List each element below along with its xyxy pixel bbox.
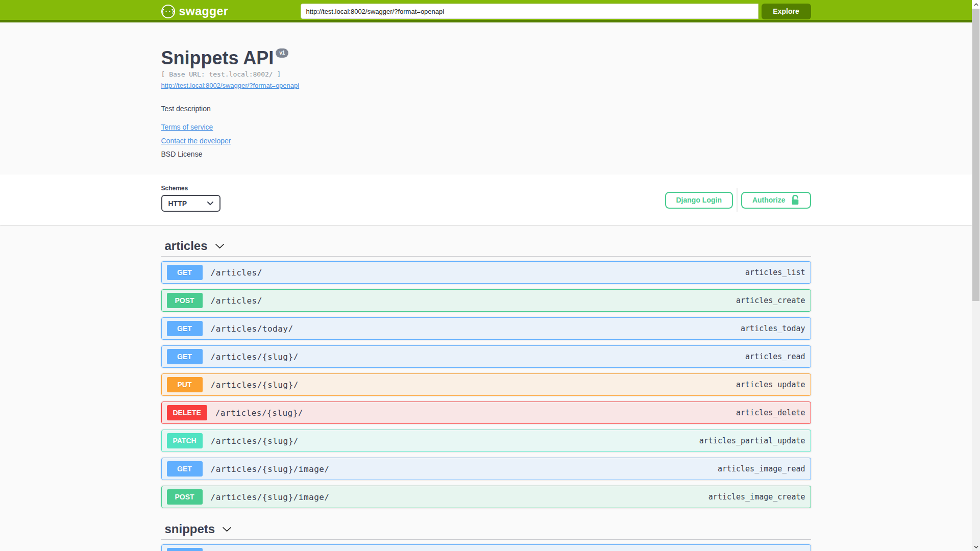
endpoint-row[interactable]: POST /articles/{slug}/image/ articles_im… bbox=[161, 486, 811, 508]
chevron-down-icon[interactable] bbox=[215, 243, 225, 249]
endpoint-row[interactable]: PATCH /articles/{slug}/ articles_partial… bbox=[161, 430, 811, 452]
method-badge: GET bbox=[167, 461, 203, 477]
authorize-button[interactable]: Authorize bbox=[741, 192, 811, 209]
contact-developer-link[interactable]: Contact the developer bbox=[161, 137, 231, 145]
method-badge: GET bbox=[167, 349, 203, 364]
page-title: Snippets APIv1 bbox=[161, 47, 811, 69]
api-section: snippets GET /snippets/ snippets_list bbox=[161, 522, 811, 551]
brand-name: swagger bbox=[179, 5, 229, 18]
endpoint-path: /articles/{slug}/ bbox=[211, 380, 299, 390]
base-url: [ Base URL: test.local:8002/ ] bbox=[161, 70, 811, 78]
endpoint-path: /articles/{slug}/image/ bbox=[211, 464, 330, 474]
scrollbar-down-button[interactable] bbox=[972, 542, 980, 551]
section-title: snippets bbox=[165, 522, 215, 536]
endpoint-row[interactable]: GET /articles/{slug}/image/ articles_ima… bbox=[161, 458, 811, 480]
operation-id: articles_image_read bbox=[718, 464, 805, 473]
method-badge: GET bbox=[167, 265, 203, 280]
endpoint-row[interactable]: GET /articles/{slug}/ articles_read bbox=[161, 345, 811, 368]
endpoint-row[interactable]: DELETE /articles/{slug}/ articles_delete bbox=[161, 402, 811, 424]
operation-id: articles_update bbox=[736, 380, 805, 389]
method-badge: POST bbox=[167, 489, 203, 505]
operation-id: articles_today bbox=[741, 324, 805, 333]
api-description: Test description bbox=[161, 105, 811, 113]
swagger-brand-link[interactable]: {··} swagger bbox=[161, 5, 229, 18]
chevron-down-icon bbox=[974, 545, 978, 548]
version-badge: v1 bbox=[276, 48, 288, 58]
section-rows: GET /snippets/ snippets_list bbox=[161, 544, 811, 551]
chevron-down-icon[interactable] bbox=[222, 527, 232, 532]
endpoint-path: /articles/{slug}/ bbox=[211, 436, 299, 446]
terms-of-service-link[interactable]: Terms of service bbox=[161, 123, 213, 131]
operation-id: articles_image_create bbox=[708, 492, 805, 502]
operations-list: articles GET /articles/ articles_list PO… bbox=[161, 239, 811, 551]
method-badge: GET bbox=[167, 548, 203, 551]
operation-id: articles_partial_update bbox=[699, 436, 805, 445]
operation-id: articles_create bbox=[736, 296, 805, 305]
section-header[interactable]: snippets bbox=[161, 522, 811, 540]
chevron-up-icon bbox=[974, 3, 978, 6]
method-badge: PUT bbox=[167, 377, 203, 392]
scheme-select[interactable]: HTTP bbox=[161, 195, 220, 212]
endpoint-path: /articles/ bbox=[211, 268, 262, 278]
authorize-label: Authorize bbox=[752, 196, 786, 204]
scrollbar-up-button[interactable] bbox=[972, 0, 980, 9]
endpoint-row[interactable]: GET /articles/today/ articles_today bbox=[161, 317, 811, 340]
section-title: articles bbox=[165, 239, 208, 253]
scrollbar-thumb[interactable] bbox=[972, 9, 979, 301]
swagger-logo-icon: {··} bbox=[161, 5, 175, 18]
auth-divider bbox=[737, 188, 738, 212]
unlocked-padlock-icon bbox=[791, 195, 800, 205]
endpoint-row[interactable]: POST /articles/ articles_create bbox=[161, 289, 811, 312]
api-section: articles GET /articles/ articles_list PO… bbox=[161, 239, 811, 508]
endpoint-row[interactable]: PUT /articles/{slug}/ articles_update bbox=[161, 373, 811, 396]
schemes-label: Schemes bbox=[161, 185, 220, 192]
info-section: Snippets APIv1 [ Base URL: test.local:80… bbox=[0, 22, 972, 174]
scrollbar-track[interactable] bbox=[972, 0, 980, 551]
schemes-block: Schemes HTTP bbox=[161, 185, 220, 212]
method-badge: DELETE bbox=[167, 405, 207, 420]
operation-id: articles_read bbox=[745, 352, 805, 361]
topbar: {··} swagger Explore bbox=[0, 0, 972, 22]
endpoint-path: /articles/{slug}/ bbox=[215, 408, 303, 418]
chevron-down-icon bbox=[207, 202, 213, 206]
scheme-container: Schemes HTTP Django Login Authorize bbox=[0, 174, 972, 225]
endpoint-row[interactable]: GET /snippets/ snippets_list bbox=[161, 544, 811, 551]
section-header[interactable]: articles bbox=[161, 239, 811, 257]
operation-id: articles_delete bbox=[736, 408, 805, 417]
endpoint-path: /articles/today/ bbox=[211, 324, 293, 334]
spec-link[interactable]: http://test.local:8002/swagger/?format=o… bbox=[161, 82, 300, 89]
endpoint-path: /articles/{slug}/image/ bbox=[211, 492, 330, 502]
api-title-text: Snippets API bbox=[161, 47, 274, 68]
endpoint-row[interactable]: GET /articles/ articles_list bbox=[161, 261, 811, 284]
operation-id: articles_list bbox=[745, 268, 805, 277]
method-badge: PATCH bbox=[167, 433, 203, 448]
django-login-label: Django Login bbox=[676, 196, 722, 204]
method-badge: GET bbox=[167, 321, 203, 336]
endpoint-path: /articles/{slug}/ bbox=[211, 352, 299, 362]
license-label: BSD License bbox=[161, 150, 811, 158]
download-url-wrapper: Explore bbox=[301, 4, 811, 19]
scheme-selected-value: HTTP bbox=[168, 199, 187, 208]
endpoint-path: /articles/ bbox=[211, 296, 262, 306]
auth-wrapper: Django Login Authorize bbox=[665, 188, 811, 212]
django-login-button[interactable]: Django Login bbox=[665, 192, 733, 209]
explore-button[interactable]: Explore bbox=[762, 4, 811, 19]
method-badge: POST bbox=[167, 293, 203, 308]
spec-url-input[interactable] bbox=[301, 4, 758, 19]
section-rows: GET /articles/ articles_list POST /artic… bbox=[161, 261, 811, 508]
swagger-page: {··} swagger Explore Snippets APIv1 [ Ba… bbox=[0, 0, 972, 551]
